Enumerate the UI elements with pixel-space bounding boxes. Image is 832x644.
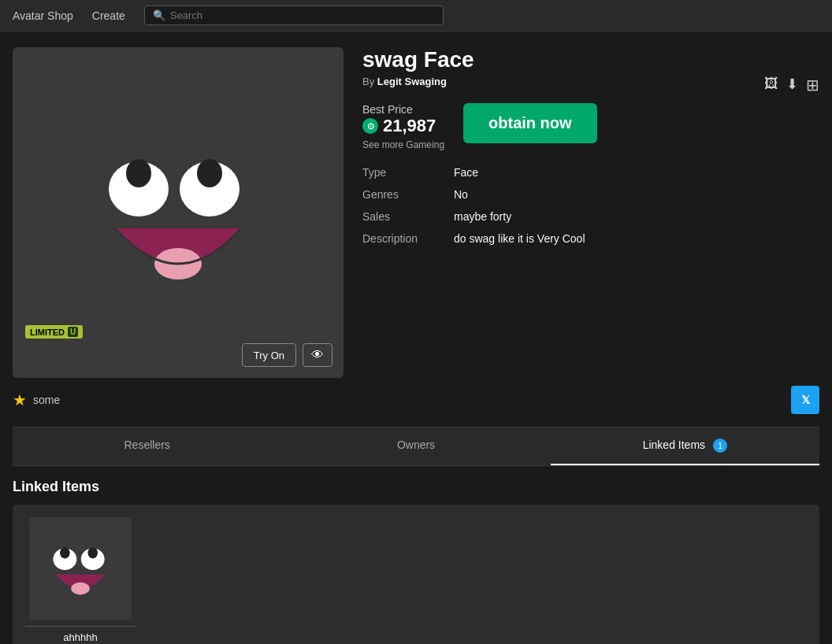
sales-label: Sales — [362, 210, 441, 223]
creator-link[interactable]: Legit Swaging — [377, 76, 447, 87]
detail-rows: Type Face Genres No Sales maybe forty De… — [362, 166, 819, 245]
twitter-button[interactable]: 𝕏 — [791, 386, 819, 414]
nav-avatar-shop[interactable]: Avatar Shop — [13, 9, 73, 22]
main-content: LIMITED U Try On 👁 swag Face By Legit Sw… — [0, 31, 832, 394]
description-value: do swag like it is Very Cool — [454, 232, 585, 245]
grid-icon[interactable]: ⊞ — [806, 76, 819, 94]
linked-item-name: ahhhhh — [63, 631, 97, 643]
star-row: ★ some — [13, 390, 60, 409]
genres-value: No — [454, 188, 468, 201]
star-icon[interactable]: ★ — [13, 390, 27, 409]
list-item[interactable]: ahhhhh — [25, 517, 136, 643]
star-label: some — [33, 394, 60, 406]
item-creator: By Legit Swaging — [362, 76, 819, 87]
description-label: Description — [362, 232, 441, 245]
type-row: Type Face — [362, 166, 819, 179]
type-value: Face — [454, 166, 478, 179]
svg-point-9 — [71, 583, 90, 595]
sales-value: maybe forty — [454, 210, 511, 223]
sales-row: Sales maybe forty — [362, 210, 819, 223]
linked-item-divider — [25, 626, 136, 627]
best-price-label: Best Price — [362, 103, 444, 116]
download-icon[interactable]: ⬇ — [786, 76, 798, 94]
search-bar: 🔍 — [144, 6, 444, 25]
genres-row: Genres No — [362, 188, 819, 201]
item-title: swag Face — [362, 47, 819, 72]
type-label: Type — [362, 166, 441, 179]
twitter-icon: 𝕏 — [801, 394, 810, 406]
svg-point-8 — [87, 547, 98, 558]
face-image — [68, 102, 288, 323]
tab-owners[interactable]: Owners — [281, 427, 550, 465]
obtain-button[interactable]: obtain now — [463, 103, 597, 143]
tabs-container: Resellers Owners Linked Items 1 — [13, 427, 819, 466]
price-section: Best Price ⊙ 21,987 See more Gameing — [362, 103, 444, 150]
search-icon: 🔍 — [153, 9, 165, 21]
eye-icon: 👁 — [311, 348, 324, 362]
tab-resellers[interactable]: Resellers — [13, 427, 281, 465]
linked-items-title: Linked Items — [13, 479, 819, 495]
search-input[interactable] — [170, 9, 435, 21]
linked-items-grid: ahhhhh — [13, 505, 819, 644]
tab-linked-items[interactable]: Linked Items 1 — [551, 427, 819, 465]
see-more-link[interactable]: See more Gameing — [362, 139, 444, 150]
linked-items-badge: 1 — [713, 439, 727, 453]
limited-u-badge: U — [68, 327, 78, 337]
robux-icon: ⊙ — [362, 118, 378, 134]
svg-point-3 — [197, 159, 222, 187]
nav-create[interactable]: Create — [92, 9, 125, 22]
image-icon[interactable]: 🖼 — [764, 76, 778, 94]
item-details: swag Face By Legit Swaging Best Price ⊙ … — [362, 47, 819, 245]
svg-point-1 — [126, 159, 151, 187]
item-actions: Try On 👁 — [242, 343, 332, 367]
genres-label: Genres — [362, 188, 441, 201]
linked-items-section: Linked Items ahhhhh — [0, 466, 832, 644]
svg-point-6 — [60, 547, 70, 558]
limited-badge: LIMITED U — [25, 325, 83, 339]
description-row: Description do swag like it is Very Cool — [362, 232, 819, 245]
try-on-button[interactable]: Try On — [242, 343, 296, 367]
price-value: ⊙ 21,987 — [362, 116, 444, 136]
item-image-panel: LIMITED U Try On 👁 — [13, 47, 344, 378]
linked-face-image — [37, 525, 124, 612]
price-row: Best Price ⊙ 21,987 See more Gameing obt… — [362, 103, 819, 150]
detail-top-icons: 🖼 ⬇ ⊞ — [764, 76, 819, 94]
below-main: ★ some 𝕏 — [0, 386, 832, 427]
price-block: ⊙ 21,987 See more Gameing — [362, 116, 444, 150]
top-nav: Avatar Shop Create 🔍 — [0, 0, 832, 31]
tabs: Resellers Owners Linked Items 1 — [13, 427, 819, 465]
eye-button[interactable]: 👁 — [303, 343, 332, 367]
linked-item-image — [29, 517, 132, 620]
